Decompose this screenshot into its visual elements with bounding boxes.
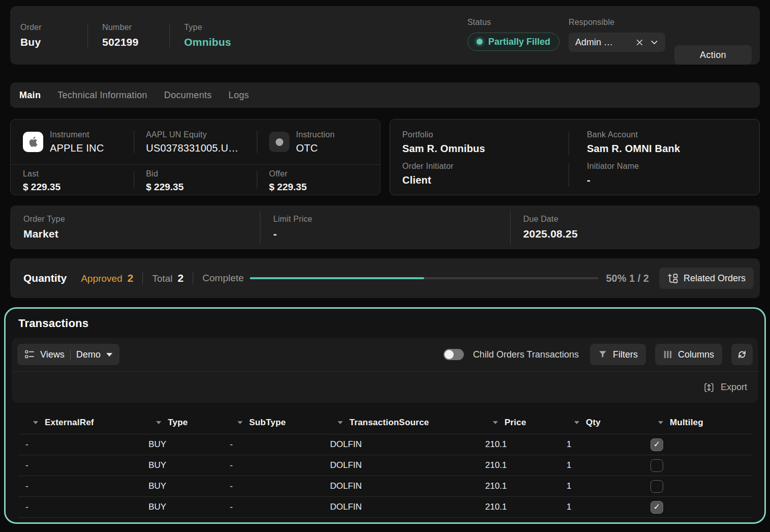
views-selector[interactable]: Views Demo [17,344,120,365]
column-header-subtype[interactable]: SubType [223,418,323,428]
order-summary-fields: Order Buy Number 502199 Type Omnibus [18,6,239,65]
order-number-label: Number [102,23,155,32]
instrument-name: APPLE INC [50,142,104,154]
bid-label: Bid [146,169,158,179]
refresh-icon [737,349,747,360]
cell-externalref: - [18,439,141,450]
approved-pair: Approved 2 [81,272,133,284]
cell-price: 210.1 [478,502,559,512]
order-details-strip: Order Type Market Limit Price - Due Date… [10,205,760,249]
toggle-knob [445,350,454,359]
cell-qty: 1 [559,439,643,450]
quantity-title: Quantity [23,272,67,284]
cell-transactionsource: DOLFIN [323,460,478,470]
order-header-actions: Status Partially Filled Responsible Admi… [467,6,752,65]
table-row[interactable]: - BUY - DOLFIN 210.1 1 ✓ [18,476,752,497]
check-icon: ✓ [654,440,660,449]
last-label: Last [23,169,39,179]
column-header-price[interactable]: Price [478,418,559,428]
tab-main[interactable]: Main [19,90,41,101]
column-header-qty[interactable]: Qty [559,418,643,428]
approved-value: 2 [128,272,134,284]
multileg-checkbox[interactable]: ✓ [650,501,663,514]
transactions-panel: Transactions Views Demo [4,307,766,524]
order-initiator-field: Order Initiator Client [390,158,575,190]
info-cards-row: Instrument APPLE INC AAPL UN Equity US03… [10,119,760,195]
instrument-label: Instrument [50,130,104,139]
instruction-value: OTC [296,142,335,154]
table-row[interactable]: - BUY - DOLFIN 210.1 1 ✓ [18,497,752,518]
responsible-label: Responsible [569,18,665,27]
multileg-checkbox[interactable]: ✓ [650,459,663,472]
cell-transactionsource: DOLFIN [323,439,478,450]
tab-technical-information[interactable]: Technical Information [57,90,147,101]
offer-label: Offer [269,169,287,179]
filters-button[interactable]: Filters [590,344,646,365]
refresh-button[interactable] [731,344,753,365]
order-side-label: Order [20,23,73,32]
transactions-toolbar-block: Views Demo Child Orders Transactions Fil [12,338,758,403]
related-orders-button[interactable]: Related Orders [659,268,754,289]
instruction-label: Instruction [296,130,335,139]
export-label[interactable]: Export [721,382,747,393]
responsible-block: Responsible Admin … [569,18,665,65]
action-button[interactable]: Action [674,45,752,65]
check-icon: ✓ [654,503,660,511]
cell-price: 210.1 [478,481,559,491]
cell-price: 210.1 [478,439,559,450]
column-header-type[interactable]: Type [141,418,223,428]
order-type-label: Type [184,23,237,32]
child-orders-toggle[interactable] [443,349,464,360]
transactions-title: Transactions [6,309,764,330]
multileg-checkbox[interactable]: ✓ [650,480,663,493]
due-date-detail: Due Date 2025.08.25 [510,215,760,240]
column-header-externalref[interactable]: ExternalRef [18,418,141,428]
order-type-detail-label: Order Type [23,215,260,224]
listing-label: AAPL UN Equity [146,130,239,139]
tab-documents[interactable]: Documents [164,90,212,101]
table-row[interactable]: - BUY - DOLFIN 210.1 1 ✓ [18,434,752,455]
complete-label: Complete [202,273,244,284]
initiator-name-field: Initiator Name - [575,158,759,190]
table-row[interactable]: - BUY - DOLFIN 210.1 1 ✓ [18,455,752,476]
cell-subtype: - [223,439,323,450]
status-dot-icon [477,39,483,45]
portfolio-label: Portfolio [402,130,575,139]
instrument-card: Instrument APPLE INC AAPL UN Equity US03… [10,119,380,195]
related-orders-icon [667,273,678,284]
due-date-label: Due Date [523,215,760,224]
column-header-multileg[interactable]: Multileg [643,418,752,428]
column-header-transactionsource[interactable]: TransactionSource [323,418,478,428]
column-menu-icon [238,421,243,424]
tab-logs[interactable]: Logs [228,90,249,101]
responsible-value: Admin … [575,37,629,48]
cell-externalref: - [18,481,141,491]
export-icon[interactable] [703,382,715,393]
cell-qty: 1 [559,460,643,470]
total-value: 2 [177,272,184,284]
related-orders-label: Related Orders [684,273,746,284]
cell-subtype: - [223,481,323,491]
columns-button[interactable]: Columns [655,344,722,365]
due-date-value: 2025.08.25 [523,228,760,240]
cell-qty: 1 [559,502,643,512]
multileg-checkbox[interactable]: ✓ [650,438,663,451]
order-type-field: Type Omnibus [182,23,239,48]
responsible-select[interactable]: Admin … [569,33,665,52]
column-menu-icon [658,421,663,424]
limit-price-label: Limit Price [273,215,510,224]
chevron-down-icon[interactable] [650,38,659,47]
views-label: Views [40,349,65,360]
quantity-strip: Quantity Approved 2 Total 2 Complete 50%… [10,258,760,298]
instruction-cell: Instruction OTC [257,120,380,164]
views-icon [24,349,35,360]
divider [70,349,71,360]
status-text: Partially Filled [488,37,550,47]
cell-externalref: - [18,502,141,512]
order-side-value: Buy [20,36,73,48]
last-value: $ 229.35 [23,182,61,193]
cell-subtype: - [223,460,323,470]
portfolio-value: Sam R. Omnibus [402,143,575,155]
clear-icon[interactable] [635,38,644,47]
column-menu-icon [493,421,498,424]
